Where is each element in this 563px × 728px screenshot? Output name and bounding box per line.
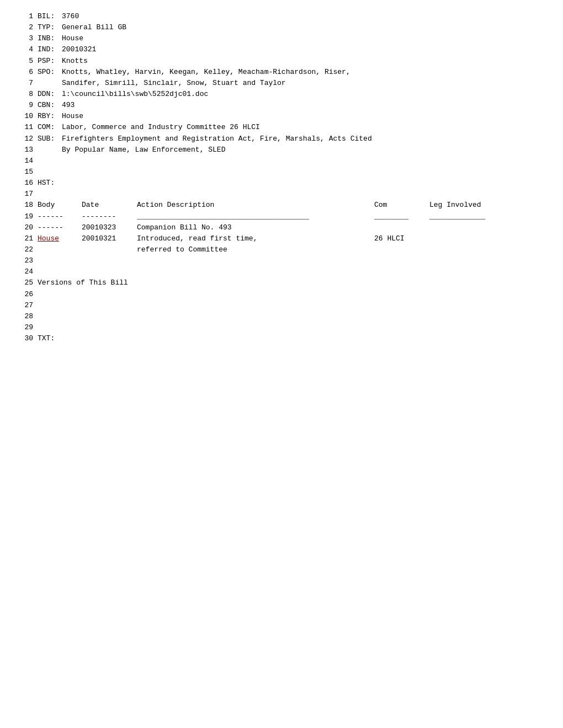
line-number: 20 xyxy=(17,222,33,233)
field-value: Labor, Commerce and Industry Committee 2… xyxy=(62,123,260,131)
field-value: Firefighters Employment and Registration… xyxy=(62,135,372,143)
col-body-header: Body xyxy=(38,200,82,211)
col-action-cell: Introduced, read first time, xyxy=(137,233,374,244)
col-com-cell xyxy=(374,244,429,255)
line-number: 24 xyxy=(17,266,33,277)
col-date-header: Date xyxy=(82,200,137,211)
field-value: l:\council\bills\swb\5252djc01.doc xyxy=(62,90,208,98)
continuation-value: Sandifer, Simrill, Sinclair, Snow, Stuar… xyxy=(62,79,286,87)
line-number: 26 xyxy=(17,289,33,300)
line-number: 5 xyxy=(17,56,33,67)
line-19: 19--------------________________________… xyxy=(17,211,546,222)
line-18: 18BodyDateAction DescriptionComLeg Invol… xyxy=(17,200,546,211)
field-line: DDN:l:\council\bills\swb\5252djc01.doc xyxy=(38,89,546,100)
line-number: 25 xyxy=(17,277,33,288)
field-line: CBN:493 xyxy=(38,100,546,111)
line-7: 7Sandifer, Simrill, Sinclair, Snow, Stua… xyxy=(17,78,546,89)
col-body-cell: House xyxy=(38,233,82,244)
line-number: 30 xyxy=(17,333,33,344)
field-line: Sandifer, Simrill, Sinclair, Snow, Stuar… xyxy=(38,78,546,89)
col-date-cell: 20010323 xyxy=(82,222,137,233)
divider-segment: -------- xyxy=(82,211,137,222)
line-8: 8DDN:l:\council\bills\swb\5252djc01.doc xyxy=(17,89,546,100)
field-value: Knotts xyxy=(62,57,88,65)
field-label: COM: xyxy=(38,122,60,133)
line-number: 18 xyxy=(17,200,33,211)
line-24: 24 xyxy=(17,266,546,277)
line-number: 29 xyxy=(17,322,33,333)
field-line: TYP:General Bill GB xyxy=(38,22,546,33)
col-action-header: Action Description xyxy=(137,200,374,211)
field-label: INB: xyxy=(38,33,60,44)
line-11: 11COM:Labor, Commerce and Industry Commi… xyxy=(17,122,546,133)
line-20: 20------20010323Companion Bill No. 493 xyxy=(17,222,546,233)
line-number: 2 xyxy=(17,22,33,33)
table-row: referred to Committee xyxy=(38,244,546,255)
table-row: ------20010323Companion Bill No. 493 xyxy=(38,222,546,233)
line-16: 16HST: xyxy=(17,178,546,189)
line-1: 1BIL:3760 xyxy=(17,11,546,22)
field-label: SPO: xyxy=(38,67,60,78)
line-25: 25Versions of This Bill xyxy=(17,277,546,288)
table-divider: --------------__________________________… xyxy=(38,211,546,222)
field-value: House xyxy=(62,34,83,42)
divider-segment: ------ xyxy=(38,211,82,222)
field-value: 3760 xyxy=(62,12,79,20)
field-line: SUB:Firefighters Employment and Registra… xyxy=(38,133,546,144)
line-29: 29 xyxy=(17,322,546,333)
field-line: IND:20010321 xyxy=(38,44,546,55)
field-line xyxy=(38,189,546,200)
field-line: TXT: xyxy=(38,333,546,344)
line-number: 22 xyxy=(17,244,33,255)
field-line: SPO:Knotts, Whatley, Harvin, Keegan, Kel… xyxy=(38,67,546,78)
line-number: 12 xyxy=(17,133,33,144)
line-number: 13 xyxy=(17,144,33,156)
field-line xyxy=(38,255,546,266)
field-value: 20010321 xyxy=(62,45,96,53)
field-line xyxy=(38,167,546,178)
col-com-cell xyxy=(374,222,429,233)
field-line: BIL:3760 xyxy=(38,11,546,22)
field-line xyxy=(38,289,546,300)
line-23: 23 xyxy=(17,255,546,266)
line-number: 14 xyxy=(17,156,33,167)
standalone-label: Versions of This Bill xyxy=(38,277,546,288)
field-label: CBN: xyxy=(38,100,60,111)
field-label: PSP: xyxy=(38,56,60,67)
field-line xyxy=(38,266,546,277)
field-line xyxy=(38,156,546,167)
line-number: 8 xyxy=(17,89,33,100)
divider-segment: _____________ xyxy=(429,211,512,222)
line-21: 21House20010321Introduced, read first ti… xyxy=(17,233,546,244)
line-number: 4 xyxy=(17,44,33,55)
col-action-cell: referred to Committee xyxy=(137,244,374,255)
field-line: PSP:Knotts xyxy=(38,56,546,67)
col-body-cell: ------ xyxy=(38,222,82,233)
col-action-cell: Companion Bill No. 493 xyxy=(137,222,374,233)
line-number: 3 xyxy=(17,33,33,44)
line-number: 15 xyxy=(17,167,33,178)
line-9: 9CBN:493 xyxy=(17,100,546,111)
line-17: 17 xyxy=(17,189,546,200)
field-line: HST: xyxy=(38,178,546,189)
line-number: 17 xyxy=(17,189,33,200)
line-27: 27 xyxy=(17,300,546,311)
house-link[interactable]: House xyxy=(38,234,59,243)
line-number: 6 xyxy=(17,67,33,78)
line-number: 1 xyxy=(17,11,33,22)
line-3: 3INB:House xyxy=(17,33,546,44)
field-value: House xyxy=(62,112,83,120)
line-number: 28 xyxy=(17,311,33,322)
field-label: HST: xyxy=(38,178,60,189)
line-14: 14 xyxy=(17,156,546,167)
field-value: Knotts, Whatley, Harvin, Keegan, Kelley,… xyxy=(62,68,350,76)
field-label: TYP: xyxy=(38,22,60,33)
field-value: General Bill GB xyxy=(62,23,126,31)
line-28: 28 xyxy=(17,311,546,322)
col-com-header: Com xyxy=(374,200,429,211)
line-number: 23 xyxy=(17,255,33,266)
line-number: 19 xyxy=(17,211,33,222)
field-label: RBY: xyxy=(38,111,60,122)
col-leg-header: Leg Involved xyxy=(429,200,512,211)
line-10: 10RBY:House xyxy=(17,111,546,122)
